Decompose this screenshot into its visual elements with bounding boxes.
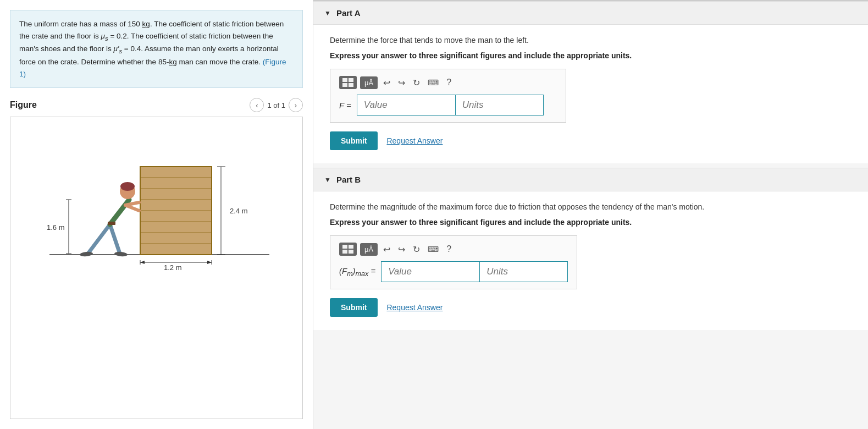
svg-marker-17 (207, 261, 212, 264)
part-b-answer-box: μÂ ↩ ↪ ↻ ⌨ ? (Fm)max = (330, 235, 577, 289)
svg-rect-37 (342, 245, 347, 249)
part-b-section: ▼ Part B Determine the magnitude of the … (313, 168, 868, 330)
svg-text:1.6 m: 1.6 m (47, 223, 65, 232)
left-panel: The uniform crate has a mass of 150 kg. … (0, 0, 313, 429)
svg-line-20 (110, 224, 120, 254)
part-a-undo-button[interactable]: ↩ (381, 76, 392, 89)
part-a-keyboard-button[interactable]: ⌨ (425, 77, 441, 88)
part-a-mu-button[interactable]: μÂ (360, 76, 378, 89)
part-b-submit-button[interactable]: Submit (330, 298, 378, 317)
grid-icon (342, 78, 354, 87)
figure-illustration: 2.4 m 1.2 m (38, 128, 275, 271)
figure-navigation: ‹ 1 of 1 › (250, 98, 303, 112)
figure-count: 1 of 1 (267, 101, 285, 109)
part-a-redo-button[interactable]: ↪ (396, 76, 407, 89)
part-b-action-row: Submit Request Answer (330, 298, 852, 317)
part-a-content: Determine the force that tends to move t… (313, 25, 868, 163)
part-a-action-row: Submit Request Answer (330, 131, 852, 150)
svg-rect-35 (342, 83, 347, 87)
part-b-help-button[interactable]: ? (444, 243, 454, 255)
svg-line-19 (88, 224, 110, 254)
part-b-undo-button[interactable]: ↩ (381, 243, 392, 256)
part-a-arrow-icon: ▼ (324, 9, 331, 17)
figure-link[interactable]: (Figure 1) (19, 58, 286, 78)
part-b-grid-button[interactable] (339, 243, 357, 256)
figure-prev-button[interactable]: ‹ (250, 98, 264, 112)
part-a-instruction: Express your answer to three significant… (330, 51, 852, 60)
part-b-mu-button[interactable]: μÂ (360, 243, 378, 256)
part-a-header[interactable]: ▼ Part A (313, 1, 868, 25)
part-a-help-button[interactable]: ? (444, 76, 454, 89)
part-b-redo-button[interactable]: ↪ (396, 243, 407, 256)
svg-marker-16 (140, 261, 145, 264)
part-b-toolbar: μÂ ↩ ↪ ↻ ⌨ ? (339, 243, 568, 256)
svg-text:1.2 m: 1.2 m (164, 263, 182, 271)
svg-rect-33 (342, 78, 347, 82)
figure-title: Figure (10, 100, 37, 110)
part-b-answer-label: (Fm)max = (339, 266, 375, 278)
svg-rect-40 (349, 250, 353, 254)
part-a-grid-button[interactable] (339, 76, 357, 89)
part-a-request-answer-button[interactable]: Request Answer (386, 136, 443, 145)
part-b-instruction: Express your answer to three significant… (330, 218, 852, 227)
part-a-units-input[interactable] (456, 95, 544, 116)
right-panel: ▼ Part A Determine the force that tends … (313, 0, 868, 429)
figure-svg: 2.4 m 1.2 m (20, 117, 292, 282)
part-a-title: Part A (336, 8, 361, 18)
part-a-answer-label: F = (339, 101, 351, 110)
grid-icon (342, 244, 354, 254)
svg-point-22 (114, 251, 128, 257)
part-a-submit-button[interactable]: Submit (330, 131, 378, 150)
svg-rect-36 (349, 83, 353, 87)
part-b-title: Part B (336, 175, 361, 184)
svg-point-28 (120, 182, 135, 191)
part-b-refresh-button[interactable]: ↻ (411, 243, 422, 256)
part-b-units-input[interactable] (480, 261, 568, 282)
part-a-section: ▼ Part A Determine the force that tends … (313, 1, 868, 163)
part-a-input-row: F = (339, 95, 557, 116)
problem-statement: The uniform crate has a mass of 150 kg. … (10, 10, 303, 88)
svg-rect-34 (349, 78, 353, 82)
svg-rect-39 (342, 250, 347, 254)
part-a-description: Determine the force that tends to move t… (330, 36, 852, 45)
part-b-arrow-icon: ▼ (324, 176, 331, 184)
svg-text:2.4 m: 2.4 m (230, 207, 248, 215)
part-b-header[interactable]: ▼ Part B (313, 168, 868, 191)
part-a-toolbar: μÂ ↩ ↪ ↻ ⌨ ? (339, 76, 557, 89)
part-a-answer-box: μÂ ↩ ↪ ↻ ⌨ ? F = (330, 69, 566, 123)
svg-rect-38 (349, 245, 353, 249)
part-b-value-input[interactable] (381, 261, 480, 282)
part-a-value-input[interactable] (357, 95, 456, 116)
figure-next-button[interactable]: › (289, 98, 303, 112)
part-a-refresh-button[interactable]: ↻ (411, 76, 422, 89)
part-b-description: Determine the magnitude of the maximum f… (330, 202, 852, 211)
part-b-content: Determine the magnitude of the maximum f… (313, 191, 868, 330)
part-b-request-answer-button[interactable]: Request Answer (386, 303, 443, 312)
figure-header: Figure ‹ 1 of 1 › (0, 88, 313, 117)
part-b-keyboard-button[interactable]: ⌨ (425, 244, 441, 255)
svg-rect-24 (108, 222, 115, 225)
part-b-input-row: (Fm)max = (339, 261, 568, 282)
figure-area: 2.4 m 1.2 m (10, 117, 303, 419)
